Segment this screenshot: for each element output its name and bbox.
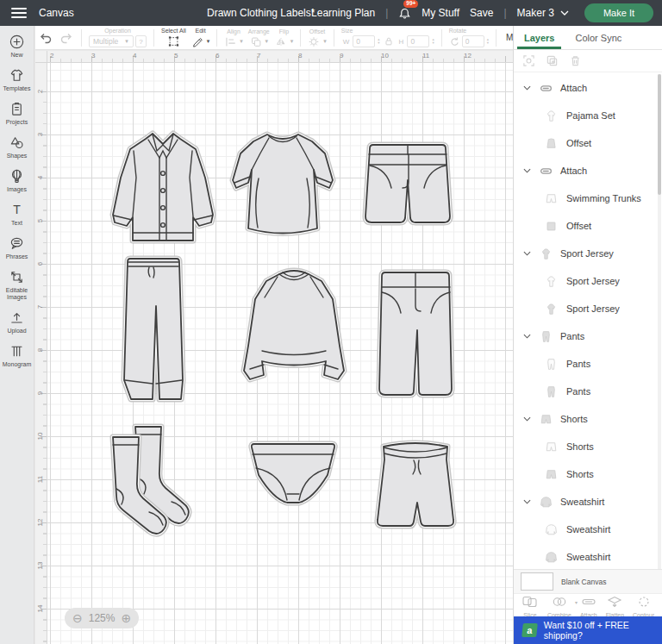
chevron-down-icon[interactable] — [522, 334, 531, 339]
layer-item-sweatshirt[interactable]: Sweatshirt — [514, 543, 662, 569]
height-input[interactable] — [407, 35, 429, 47]
layer-group-pants[interactable]: Pants — [514, 322, 662, 350]
layer-group-sport-jersey[interactable]: Sport Jersey — [514, 240, 662, 267]
delete-icon[interactable] — [569, 54, 582, 67]
layer-item-offset[interactable]: Offset — [514, 129, 662, 157]
edit-button[interactable]: Edit ▾ — [189, 27, 213, 48]
operation-select[interactable]: Multiple ▾ — [89, 35, 134, 47]
canvas-object-socks[interactable] — [104, 422, 201, 541]
my-stuff-link[interactable]: My Stuff — [422, 7, 459, 19]
duplicate-icon[interactable] — [546, 54, 559, 67]
tab-layers[interactable]: Layers — [514, 26, 565, 49]
contour-button[interactable]: Contour — [633, 596, 654, 618]
combine-button[interactable]: Combine▾ — [547, 596, 571, 618]
sidebar-item-label: Upload — [7, 328, 26, 335]
sidebar-item-shapes[interactable]: Shapes — [0, 134, 34, 159]
tab-color-sync[interactable]: Color Sync — [565, 26, 632, 49]
layer-item-pants[interactable]: Pants — [514, 378, 662, 405]
pajama-outline-icon — [543, 108, 559, 123]
chevron-down-icon[interactable] — [522, 499, 531, 504]
select-all-button[interactable]: Select All — [159, 27, 189, 48]
layer-item-sweatshirt[interactable]: Sweatshirt — [514, 516, 662, 543]
layer-item-label: Shorts — [566, 469, 594, 479]
caret-down-icon: ▾ — [290, 38, 294, 45]
canvas-object-pajama-top[interactable] — [108, 130, 218, 247]
canvas-object-swimming-trunks[interactable] — [372, 439, 459, 539]
offset-button[interactable]: Offset ▾ — [305, 28, 329, 48]
layer-group-attach[interactable]: Attach — [514, 157, 662, 184]
sidebar-item-templates[interactable]: Templates — [0, 66, 34, 92]
canvas-object-sweatshirt[interactable] — [239, 266, 349, 391]
sidebar-item-editable-images[interactable]: Editable Images — [0, 268, 34, 301]
canvas-color-swatch[interactable] — [521, 572, 553, 591]
design-canvas[interactable]: 23456789101112 234567891011121314 — [35, 51, 513, 644]
rotate-label: Rotate — [449, 28, 467, 34]
chevron-down-icon[interactable] — [522, 416, 531, 422]
layer-item-label: Offset — [566, 221, 591, 231]
undo-button[interactable] — [35, 32, 56, 44]
save-button[interactable]: Save — [470, 7, 493, 19]
canvas-object-pants[interactable] — [377, 268, 454, 404]
operation-help-button[interactable]: ? — [135, 35, 147, 47]
offset-label: Offset — [309, 28, 326, 34]
layer-item-sport-jersey[interactable]: Sport Jersey — [514, 295, 662, 322]
promo-banner[interactable]: a Want $10 off + FREE shipping? — [514, 616, 662, 644]
layer-item-swimming-trunks[interactable]: Swimming Trunks — [514, 184, 662, 212]
canvas-object-underwear[interactable] — [244, 439, 342, 508]
redo-button[interactable] — [56, 32, 77, 44]
align-button[interactable]: Align ▾ — [222, 28, 246, 48]
rotate-input[interactable] — [462, 35, 484, 47]
chevron-down-icon[interactable] — [522, 251, 531, 256]
layer-item-shorts[interactable]: Shorts — [514, 433, 662, 460]
sidebar-item-label: Text — [11, 220, 22, 227]
notification-badge: 99+ — [403, 0, 418, 8]
layer-group-shorts[interactable]: Shorts — [514, 405, 662, 433]
blank-canvas-row[interactable]: Blank Canvas — [514, 569, 662, 593]
canvas-menu-item[interactable]: Canvas — [39, 7, 74, 19]
machine-selector[interactable]: Maker 3 — [517, 7, 569, 19]
rotate-stepper[interactable]: ▴▾ — [487, 38, 489, 46]
canvas-object-pajama-pants[interactable] — [118, 254, 189, 406]
layer-item-offset[interactable]: Offset — [514, 212, 662, 240]
redo-icon — [59, 32, 73, 44]
slice-button[interactable]: Slice — [521, 596, 539, 618]
width-input[interactable] — [353, 35, 375, 47]
canvas-grid[interactable]: ⊖ 125% ⊕ — [47, 63, 513, 644]
combine-icon — [551, 596, 568, 611]
menu-icon[interactable] — [11, 8, 27, 18]
sidebar-item-new[interactable]: New — [0, 33, 34, 59]
sidebar-item-monogram[interactable]: Monogram — [0, 342, 34, 368]
layer-group-sweatshirt[interactable]: Sweatshirt — [514, 488, 662, 516]
chevron-down-icon[interactable] — [522, 168, 531, 173]
width-stepper[interactable]: ▴▾ — [378, 38, 379, 46]
group-select-icon[interactable] — [522, 54, 535, 67]
scrollbar-thumb[interactable] — [658, 74, 661, 195]
canvas-object-shorts[interactable] — [361, 139, 454, 234]
layer-item-pajama-set[interactable]: Pajama Set — [514, 102, 662, 129]
layer-item-pants[interactable]: Pants — [514, 350, 662, 378]
height-stepper[interactable]: ▴▾ — [432, 38, 434, 46]
panel-scrollbar[interactable] — [658, 74, 661, 569]
zoom-in-icon[interactable]: ⊕ — [121, 611, 131, 625]
sidebar-item-upload[interactable]: Upload — [0, 309, 34, 335]
layer-item-shorts[interactable]: Shorts — [514, 460, 662, 488]
layer-group-attach[interactable]: Attach — [514, 74, 662, 102]
sidebar-item-projects[interactable]: Projects — [0, 100, 34, 126]
layer-item-sport-jersey[interactable]: Sport Jersey — [514, 267, 662, 295]
sidebar-item-phrases[interactable]: Phrases — [0, 234, 34, 260]
canvas-object-sport-jersey[interactable] — [228, 128, 337, 242]
lock-icon[interactable] — [384, 36, 394, 47]
zoom-out-icon[interactable]: ⊖ — [72, 611, 83, 625]
arrange-button[interactable]: Arrange ▾ — [246, 28, 272, 48]
pencil-icon — [191, 35, 203, 47]
attach-button[interactable]: Attach — [580, 596, 597, 618]
chevron-down-icon[interactable] — [522, 85, 531, 91]
sidebar-item-text[interactable]: TText — [0, 201, 34, 227]
learning-plan-link[interactable]: Learning Plan — [311, 7, 375, 19]
layer-group-label: Attach — [560, 83, 587, 93]
flatten-button[interactable]: Flatten — [606, 596, 624, 618]
notifications-button[interactable]: 99+ — [398, 7, 411, 20]
flip-button[interactable]: Flip ▾ — [272, 28, 297, 48]
sidebar-item-images[interactable]: Images — [0, 167, 34, 193]
make-it-button[interactable]: Make It — [584, 3, 653, 22]
